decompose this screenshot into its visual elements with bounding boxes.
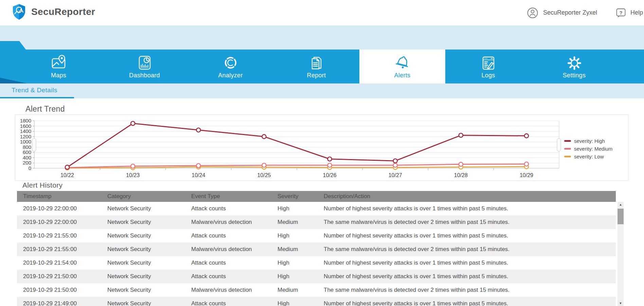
nav-tabs: Maps Dashboard Analyzer Report <box>16 50 617 83</box>
app-title: SecuReporter <box>31 6 95 17</box>
table-cell: Attack counts <box>185 273 271 280</box>
legend-item-high[interactable]: severity: High <box>564 137 612 145</box>
settings-gear-icon <box>566 54 583 71</box>
data-point <box>328 163 332 167</box>
data-point <box>131 164 135 168</box>
table-header-row: Timestamp Category Event Type Severity D… <box>17 191 616 202</box>
data-point <box>459 162 463 166</box>
series-line <box>67 123 526 167</box>
user-icon <box>527 7 538 19</box>
y-tick-label: 600 <box>23 149 31 155</box>
table-cell: Number of highest severity attacks is ov… <box>318 260 616 266</box>
tab-label: Analyzer <box>218 72 243 79</box>
data-point <box>524 134 529 138</box>
table-row: 2019-10-29 21:55:00Network SecurityMalwa… <box>17 243 616 256</box>
table-cell: 2019-10-29 21:55:00 <box>17 246 101 253</box>
x-tick-label: 10/26 <box>323 172 337 178</box>
table-cell: Number of highest severity attacks is ov… <box>318 205 616 212</box>
table-body: 2019-10-29 22:00:00Network SecurityAttac… <box>17 202 624 306</box>
table-cell: Network Security <box>101 287 185 293</box>
data-point <box>393 163 397 167</box>
data-point <box>328 157 332 161</box>
table-cell: Medium <box>271 287 318 293</box>
legend-swatch <box>564 156 571 157</box>
column-header-event-type: Event Type <box>185 193 271 200</box>
y-tick-label: 1600 <box>20 123 31 129</box>
table-cell: High <box>271 300 318 306</box>
table-cell: Network Security <box>101 232 185 239</box>
table-cell: Number of highest severity attacks is ov… <box>318 300 616 306</box>
legend-label: severity: High <box>574 138 605 144</box>
table-cell: 2019-10-29 22:00:00 <box>17 219 101 226</box>
table-row: 2019-10-29 21:49:00Network SecurityAttac… <box>17 297 616 306</box>
data-point <box>196 128 200 132</box>
table-cell: High <box>271 232 318 239</box>
table-row: 2019-10-29 21:55:00Network SecurityAttac… <box>17 229 616 243</box>
x-tick-label: 10/25 <box>257 172 271 178</box>
table-cell: Network Security <box>101 273 185 280</box>
x-tick-label: 10/28 <box>454 172 468 178</box>
table-cell: Network Security <box>101 219 185 226</box>
table-cell: 2019-10-29 21:50:00 <box>17 273 101 280</box>
table-cell: Network Security <box>101 205 185 212</box>
tab-label: Settings <box>563 72 586 79</box>
x-tick-label: 10/24 <box>192 172 205 178</box>
table-title: Alert History <box>22 181 62 189</box>
data-point <box>262 163 266 167</box>
tab-maps[interactable]: Maps <box>16 50 102 83</box>
scroll-down-button[interactable]: ▼ <box>618 301 624 306</box>
help-button[interactable]: ? Help <box>615 0 643 25</box>
scroll-up-button[interactable]: ▲ <box>618 202 624 207</box>
tab-trend-and-details[interactable]: Trend & Details <box>12 87 57 94</box>
app-header: SecuReporter SecuReporter Zyxel ? Help <box>0 0 644 25</box>
column-header-timestamp: Timestamp <box>17 193 101 200</box>
tab-alerts[interactable]: Alerts <box>359 50 445 83</box>
tab-analyzer[interactable]: Analyzer <box>187 50 273 83</box>
table-cell: High <box>271 205 318 212</box>
column-header-severity: Severity <box>271 193 318 200</box>
x-tick-label: 10/29 <box>520 172 533 178</box>
logs-icon <box>480 54 497 71</box>
tab-report[interactable]: Report <box>273 50 359 83</box>
y-tick-label: 1400 <box>20 128 31 134</box>
y-tick-label: 1000 <box>20 139 31 145</box>
table-row: 2019-10-29 22:00:00Network SecurityAttac… <box>17 202 616 215</box>
tab-label: Alerts <box>394 72 411 79</box>
legend-swatch <box>564 140 571 142</box>
range-handle-right[interactable] <box>557 138 561 151</box>
maps-icon <box>50 54 67 71</box>
active-tab-underline <box>0 97 74 98</box>
table-scrollbar[interactable]: ▲ ▼ <box>618 202 624 306</box>
table-cell: Attack counts <box>185 260 271 266</box>
table-cell: Network Security <box>101 300 185 306</box>
analyzer-icon <box>222 54 239 71</box>
chart-legend: severity: Highseverity: Mediumseverity: … <box>564 137 612 160</box>
range-handle-left[interactable] <box>32 138 36 151</box>
column-header-description: Description/Action <box>318 193 616 200</box>
y-tick-label: 400 <box>23 155 31 160</box>
legend-item-medium[interactable]: severity: Medium <box>564 145 612 153</box>
table-cell: 2019-10-29 21:49:00 <box>17 300 101 306</box>
tab-label: Logs <box>481 72 495 79</box>
tab-label: Maps <box>51 72 66 79</box>
tab-dashboard[interactable]: Dashboard <box>102 50 187 83</box>
chart-title: Alert Trend <box>25 104 65 114</box>
table-cell: High <box>271 260 318 266</box>
brand: SecuReporter <box>12 4 95 20</box>
line-chart-canvas: 02004006008001000120014001600180010/2210… <box>15 115 628 180</box>
table-cell: The same malware/virus is detected over … <box>318 246 616 253</box>
legend-item-low[interactable]: severity: Low <box>564 153 612 160</box>
tab-logs[interactable]: Logs <box>445 50 531 83</box>
legend-swatch <box>564 148 571 150</box>
tab-settings[interactable]: Settings <box>531 50 617 83</box>
svg-text:?: ? <box>619 9 622 15</box>
table-cell: High <box>271 273 318 280</box>
data-point <box>393 159 397 163</box>
scrollbar-thumb[interactable] <box>618 209 624 224</box>
data-point <box>459 133 463 137</box>
table-cell: Number of highest severity attacks is ov… <box>318 273 616 280</box>
table-row: 2019-10-29 22:00:00Network SecurityMalwa… <box>17 215 616 229</box>
table-cell: Medium <box>271 246 318 253</box>
y-tick-label: 1200 <box>20 134 31 139</box>
account-menu[interactable]: SecuReporter Zyxel <box>527 0 597 25</box>
